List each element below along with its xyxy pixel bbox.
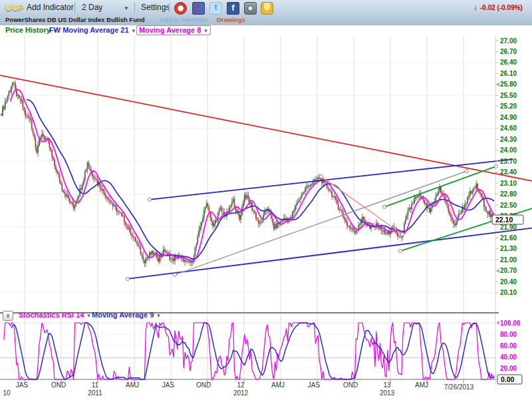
ma8-selector[interactable]: Moving Average 8 ▼: [136, 25, 211, 35]
facebook-icon[interactable]: f: [227, 2, 239, 15]
svg-text:JAS: JAS: [162, 381, 175, 389]
ma21-selector[interactable]: FW Moving Average 21 ▼: [49, 26, 136, 34]
change-down-arrow-icon: ↓: [473, 3, 477, 12]
price-history-label: Price History: [5, 26, 51, 34]
settings-button[interactable]: Settings: [141, 3, 170, 12]
svg-text:OND: OND: [343, 381, 358, 389]
ma8-caret-icon[interactable]: ▼: [203, 28, 208, 34]
drawings-link[interactable]: Drawings: [217, 16, 245, 23]
svg-text:27.00: 27.00: [500, 37, 517, 45]
indicator-close-button[interactable]: x: [3, 311, 13, 321]
charting-app: { "toolbar": { "symbol": "UUP", "add_ind…: [0, 0, 532, 400]
svg-text:21.30: 21.30: [500, 245, 517, 252]
svg-text:7/26/2013: 7/26/2013: [444, 383, 474, 391]
ma9-label: Moving Average 9: [92, 311, 154, 319]
svg-text:24.00: 24.00: [500, 146, 517, 154]
svg-text:80.00: 80.00: [500, 331, 517, 338]
svg-text:0.00: 0.00: [501, 375, 515, 383]
separator: [134, 3, 135, 13]
svg-text:23.40: 23.40: [500, 168, 517, 176]
svg-text:13: 13: [383, 381, 391, 389]
ma9-caret-icon[interactable]: ▼: [156, 313, 161, 319]
stoch-rsi-selector[interactable]: Stochastics RSI 14 ▼: [19, 311, 91, 319]
svg-text:25.80: 25.80: [500, 81, 517, 88]
timeframe-selector[interactable]: 2 Day: [82, 3, 102, 12]
svg-text:OND: OND: [196, 381, 211, 389]
fund-name: PowerShares DB US Dollar Index Bullish F…: [5, 16, 145, 23]
twitter-icon[interactable]: t: [209, 2, 222, 15]
alarm-clock-icon[interactable]: [174, 2, 187, 15]
indicator-header: x Stochastics RSI 14 ▼ Moving Average 9 …: [0, 310, 505, 321]
svg-text:AMJ: AMJ: [126, 381, 139, 389]
svg-text:JAS: JAS: [308, 381, 321, 389]
svg-text:25.50: 25.50: [500, 92, 517, 99]
svg-text:AMJ: AMJ: [271, 381, 285, 389]
stoch-caret-icon[interactable]: ▼: [86, 313, 92, 319]
svg-text:26.40: 26.40: [500, 59, 517, 66]
timeframe-caret-icon[interactable]: ▼: [124, 5, 129, 11]
svg-text:26.70: 26.70: [500, 48, 517, 55]
svg-text:60.00: 60.00: [500, 342, 517, 349]
svg-text:26.10: 26.10: [500, 70, 517, 77]
ma21-label: FW Moving Average 21: [49, 26, 129, 34]
camera-icon[interactable]: [244, 2, 257, 15]
svg-text:20.00: 20.00: [500, 365, 517, 372]
svg-text:23.10: 23.10: [500, 180, 517, 187]
svg-text:20.70: 20.70: [500, 267, 517, 274]
add-to-portfolio-link[interactable]: Add to Portfolio: [160, 16, 207, 23]
svg-text:12: 12: [237, 381, 245, 389]
svg-text:2013: 2013: [380, 389, 395, 397]
ma21-caret-icon[interactable]: ▼: [131, 28, 136, 34]
svg-text:23.70: 23.70: [500, 158, 517, 165]
price-chart-svg[interactable]: 27.0026.7026.4026.1025.8025.5025.2024.90…: [0, 36, 532, 400]
svg-text:21.60: 21.60: [500, 234, 517, 242]
svg-text:20.10: 20.10: [500, 289, 517, 296]
svg-text:22.80: 22.80: [500, 190, 517, 198]
svg-text:OND: OND: [51, 381, 66, 389]
toolbar: UUP Add Indicator 2 Day ▼ Settings t f ↓…: [0, 0, 532, 26]
svg-text:24.60: 24.60: [500, 124, 517, 132]
svg-text:40.00: 40.00: [500, 353, 517, 361]
coins-icon[interactable]: [261, 2, 273, 15]
ma9-selector[interactable]: Moving Average 9 ▼: [92, 311, 161, 319]
add-indicator-button[interactable]: Add Indicator: [27, 3, 74, 12]
stoch-rsi-label: Stochastics RSI 14: [19, 311, 84, 319]
svg-text:2012: 2012: [233, 389, 249, 397]
separator: [74, 3, 75, 13]
svg-text:22.10: 22.10: [495, 216, 513, 224]
svg-text:10: 10: [3, 389, 11, 397]
svg-text:2011: 2011: [88, 389, 102, 397]
svg-text:AMJ: AMJ: [415, 381, 428, 389]
svg-text:24.30: 24.30: [500, 136, 517, 143]
books-icon[interactable]: [192, 2, 205, 15]
svg-text:20.40: 20.40: [500, 278, 517, 286]
svg-text:22.50: 22.50: [500, 202, 517, 209]
symbol-label: UUP: [5, 3, 23, 13]
svg-text:25.20: 25.20: [500, 102, 517, 110]
svg-text:11: 11: [92, 381, 99, 389]
series-bar: Price History ▼ FW Moving Average 21 ▼ M…: [0, 25, 532, 36]
separator: [169, 3, 170, 13]
change-value: -0.02 (-0.09%): [480, 4, 523, 11]
svg-text:JAS: JAS: [16, 381, 29, 389]
subbar: PowerShares DB US Dollar Index Bullish F…: [0, 16, 532, 25]
ma8-label: Moving Average 8: [139, 26, 201, 34]
svg-text:21.00: 21.00: [500, 256, 517, 264]
svg-text:24.90: 24.90: [500, 114, 517, 121]
